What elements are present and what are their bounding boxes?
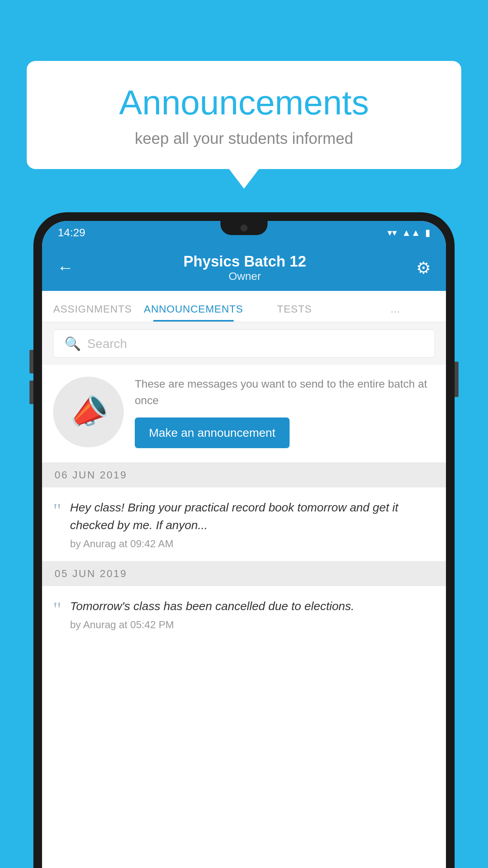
header-title-section: Physics Batch 12 Owner bbox=[183, 253, 306, 283]
tabs-container: ASSIGNMENTS ANNOUNCEMENTS TESTS ... bbox=[42, 291, 446, 322]
announcement-message-2: Tomorrow's class has been cancelled due … bbox=[70, 597, 435, 615]
battery-icon: ▮ bbox=[425, 227, 430, 238]
quote-icon-1: " bbox=[53, 501, 61, 521]
tab-assignments[interactable]: ASSIGNMENTS bbox=[42, 303, 143, 322]
megaphone-icon: 📣 bbox=[65, 389, 112, 435]
phone-container: 14:29 ▾▾ ▲▲ ▮ ← Physics Batch 12 Owner ⚙… bbox=[33, 212, 455, 868]
search-bar[interactable]: 🔍 Search bbox=[53, 329, 435, 358]
promo-section: 📣 These are messages you want to send to… bbox=[42, 365, 446, 463]
phone-outer: 14:29 ▾▾ ▲▲ ▮ ← Physics Batch 12 Owner ⚙… bbox=[33, 212, 455, 868]
power-button-shape bbox=[455, 362, 459, 397]
volume-buttons-left bbox=[29, 350, 33, 404]
phone-notch bbox=[220, 221, 268, 235]
camera-dot bbox=[240, 224, 248, 232]
back-button[interactable]: ← bbox=[57, 258, 73, 277]
signal-icon: ▲▲ bbox=[402, 227, 420, 238]
header-role: Owner bbox=[183, 270, 306, 283]
announcement-message-1: Hey class! Bring your practical record b… bbox=[70, 498, 435, 534]
quote-icon-2: " bbox=[53, 600, 61, 620]
announcement-content-2: Tomorrow's class has been cancelled due … bbox=[70, 597, 435, 631]
speech-bubble-subtitle: keep all your students informed bbox=[50, 130, 438, 147]
announcement-meta-1: by Anurag at 09:42 AM bbox=[70, 538, 435, 550]
announcement-item-1[interactable]: " Hey class! Bring your practical record… bbox=[42, 487, 446, 561]
volume-up-button bbox=[29, 350, 33, 373]
date-separator-2: 05 JUN 2019 bbox=[42, 561, 446, 586]
promo-content: These are messages you want to send to t… bbox=[135, 376, 435, 448]
speech-bubble: Announcements keep all your students inf… bbox=[27, 61, 461, 169]
search-placeholder: Search bbox=[87, 337, 127, 351]
phone-screen: 14:29 ▾▾ ▲▲ ▮ ← Physics Batch 12 Owner ⚙… bbox=[42, 221, 446, 868]
tab-announcements[interactable]: ANNOUNCEMENTS bbox=[143, 303, 244, 322]
date-separator-1: 06 JUN 2019 bbox=[42, 463, 446, 487]
tab-more[interactable]: ... bbox=[345, 303, 446, 322]
volume-down-button bbox=[29, 381, 33, 404]
status-icons: ▾▾ ▲▲ ▮ bbox=[387, 227, 430, 238]
search-icon: 🔍 bbox=[64, 336, 81, 351]
search-container: 🔍 Search bbox=[42, 322, 446, 365]
announcement-item-2[interactable]: " Tomorrow's class has been cancelled du… bbox=[42, 586, 446, 642]
app-header: ← Physics Batch 12 Owner ⚙ bbox=[42, 245, 446, 291]
announcement-meta-2: by Anurag at 05:42 PM bbox=[70, 619, 435, 631]
tab-tests[interactable]: TESTS bbox=[244, 303, 345, 322]
settings-icon[interactable]: ⚙ bbox=[416, 258, 431, 278]
promo-description: These are messages you want to send to t… bbox=[135, 376, 435, 409]
speech-bubble-title: Announcements bbox=[50, 83, 438, 123]
status-time: 14:29 bbox=[58, 226, 85, 239]
speech-bubble-container: Announcements keep all your students inf… bbox=[27, 61, 461, 189]
wifi-icon: ▾▾ bbox=[387, 227, 397, 238]
promo-icon-circle: 📣 bbox=[53, 377, 124, 447]
speech-bubble-arrow bbox=[229, 169, 259, 189]
announcement-content-1: Hey class! Bring your practical record b… bbox=[70, 498, 435, 550]
power-button bbox=[455, 362, 459, 397]
make-announcement-button[interactable]: Make an announcement bbox=[135, 417, 290, 448]
header-batch-name: Physics Batch 12 bbox=[183, 253, 306, 270]
